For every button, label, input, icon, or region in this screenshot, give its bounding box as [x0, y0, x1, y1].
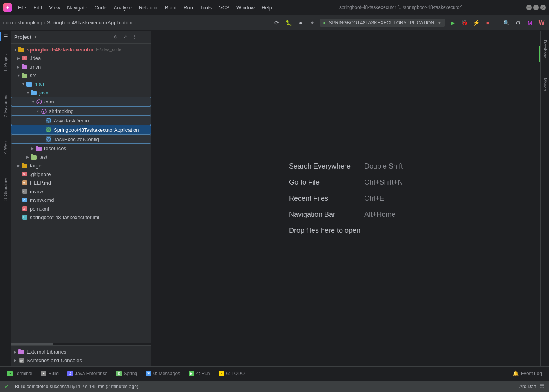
- run-button[interactable]: ▶: [448, 18, 457, 27]
- sidebar-scrollbar[interactable]: [11, 343, 151, 345]
- breadcrumb-app[interactable]: Springboot48TaskexecutorApplication: [47, 20, 133, 25]
- tab-terminal[interactable]: > Terminal: [3, 368, 36, 379]
- tree-item-shrimpking[interactable]: ▾ ● shrimpking: [11, 106, 151, 116]
- menu-analyze[interactable]: Analyze: [111, 4, 135, 12]
- tree-item-gitignore[interactable]: G .gitignore: [11, 170, 151, 178]
- tree-item-scratches[interactable]: ▶ Scratches and Consoles: [11, 356, 151, 365]
- tab-run[interactable]: ▶ 4: Run: [185, 368, 214, 379]
- run-with-coverage-button[interactable]: ⚡: [472, 18, 480, 27]
- com-label: com: [44, 99, 54, 105]
- menu-navigate[interactable]: Navigate: [64, 4, 90, 12]
- tree-root[interactable]: ▾ springboot-48-taskexecutor E:\idea_cod…: [11, 45, 151, 54]
- search-button[interactable]: 🔍: [502, 18, 511, 27]
- window-controls: ─ □ ✕: [526, 5, 546, 10]
- menu-refactor[interactable]: Refactor: [136, 4, 161, 12]
- tab-build[interactable]: ■ Build: [37, 368, 63, 379]
- tree-item-main[interactable]: ▾ main: [11, 80, 151, 88]
- shortcut-hints: Search Everywhere Double Shift Go to Fil…: [289, 162, 403, 235]
- expand-icon[interactable]: ⤢: [121, 33, 129, 41]
- ext-lib-icon: [18, 348, 25, 355]
- menu-file[interactable]: File: [15, 4, 29, 12]
- w-icon[interactable]: W: [537, 18, 546, 27]
- svg-text:M: M: [23, 181, 25, 184]
- external-tools-icon[interactable]: M: [525, 18, 534, 27]
- menu-vcs[interactable]: VCS: [216, 4, 233, 12]
- run-config-label[interactable]: ● SPRINGBOOT48TASKEXECUTORAPPLICATION ▼: [320, 19, 445, 27]
- tree-arrow-mvn: ▶: [16, 65, 21, 69]
- svg-rect-2: [22, 65, 27, 69]
- status-arc-dart[interactable]: Arc Dart: [519, 384, 536, 389]
- tree-item-pom[interactable]: X pom.xml: [11, 204, 151, 213]
- menu-edit[interactable]: Edit: [30, 4, 45, 12]
- spring-icon: S: [116, 371, 122, 376]
- resources-label: resources: [44, 145, 66, 151]
- bottom-tabs: > Terminal ■ Build J Java Enterprise S S…: [0, 366, 549, 380]
- com-icon: ●: [36, 98, 43, 105]
- menu-build[interactable]: Build: [162, 4, 180, 12]
- profile-icon[interactable]: ⌖: [308, 18, 316, 27]
- debug-icon[interactable]: 🐛: [284, 18, 293, 27]
- tree-item-external-libs[interactable]: ▶ External Libraries: [11, 347, 151, 356]
- breadcrumb-com[interactable]: com: [3, 20, 13, 25]
- settings-icon[interactable]: ⚙: [514, 18, 522, 27]
- left-tab-favorites[interactable]: 2: Favorites: [2, 92, 9, 120]
- tree-item-target[interactable]: ▶ target: [11, 161, 151, 170]
- status-check-icon: ✔: [5, 384, 9, 389]
- run-config-icon[interactable]: ⟳: [273, 18, 281, 27]
- left-tab-structure[interactable]: 3: Structure: [2, 175, 9, 204]
- tree-item-help[interactable]: M HELP.md: [11, 178, 151, 187]
- tab-event-log-label: Event Log: [521, 371, 542, 376]
- tree-item-idea[interactable]: ▶ ✦ .idea: [11, 54, 151, 62]
- status-lang-icon[interactable]: 天: [540, 383, 544, 390]
- mvnw-icon: f: [21, 188, 28, 195]
- svg-text:●: ●: [38, 101, 40, 103]
- locate-icon[interactable]: ⊙: [112, 33, 120, 41]
- close-button[interactable]: ✕: [540, 5, 546, 10]
- close-sidebar-icon[interactable]: ─: [140, 33, 148, 41]
- menu-code[interactable]: Code: [91, 4, 110, 12]
- more-options-icon[interactable]: ⋮: [131, 33, 138, 41]
- tab-messages-label: 0: Messages: [153, 371, 180, 376]
- tab-messages[interactable]: ✉ 0: Messages: [142, 368, 184, 379]
- menu-help[interactable]: Help: [258, 4, 275, 12]
- tree-item-mvnw[interactable]: f mvnw: [11, 187, 151, 196]
- tree-item-iml[interactable]: I springboot-48-taskexecutor.iml: [11, 213, 151, 221]
- tab-todo[interactable]: ✓ 6: TODO: [215, 368, 249, 379]
- java-icon: J: [31, 89, 38, 96]
- debug-run-button[interactable]: 🐞: [460, 18, 469, 27]
- taskConfig-label: TaskExecutorConfig: [54, 136, 99, 142]
- tree-item-mvnwcmd[interactable]: C mvnw.cmd: [11, 196, 151, 204]
- tree-item-java[interactable]: ▾ J java: [11, 88, 151, 97]
- tree-item-taskConfig[interactable]: C TaskExecutorConfig: [11, 134, 151, 144]
- menu-run[interactable]: Run: [180, 4, 196, 12]
- tree-item-src[interactable]: ▾ src: [11, 71, 151, 80]
- tree-item-com[interactable]: ▾ ● com: [11, 97, 151, 106]
- maximize-button[interactable]: □: [533, 5, 539, 10]
- xml-icon: X: [21, 205, 28, 212]
- sidebar-tree: ▾ springboot-48-taskexecutor E:\idea_cod…: [11, 44, 151, 343]
- left-tab-web[interactable]: 2: Web: [2, 138, 9, 158]
- menu-tools[interactable]: Tools: [197, 4, 215, 12]
- tab-java-enterprise[interactable]: J Java Enterprise: [64, 368, 111, 379]
- menu-view[interactable]: View: [46, 4, 63, 12]
- stop-button[interactable]: ■: [484, 18, 492, 27]
- hint-row-goto: Go to File Ctrl+Shift+N: [289, 178, 403, 187]
- left-tab-project-icon[interactable]: ☰: [0, 32, 11, 41]
- tree-item-mvn[interactable]: ▶ .mvn: [11, 62, 151, 71]
- coverage-icon[interactable]: ●: [296, 18, 305, 27]
- tree-item-springboot-app[interactable]: A Springboot48TaskexecutorApplication: [11, 125, 151, 134]
- left-tab-project[interactable]: 1: Project: [2, 50, 9, 74]
- status-message: Build completed successfully in 2 s 145 …: [15, 384, 138, 389]
- tree-item-asycTaskDemo[interactable]: C AsycTaskDemo: [11, 116, 151, 125]
- right-tab-maven[interactable]: Maven: [542, 75, 549, 94]
- tab-event-log[interactable]: 🔔 Event Log: [509, 368, 546, 379]
- right-tab-database[interactable]: Database: [542, 37, 549, 62]
- status-bar: ✔ Build completed successfully in 2 s 14…: [0, 380, 549, 392]
- tab-spring[interactable]: S Spring: [112, 368, 141, 379]
- breadcrumb-shrimpking[interactable]: shrimpking: [18, 20, 42, 25]
- minimize-button[interactable]: ─: [526, 5, 532, 10]
- test-icon: [31, 153, 38, 160]
- tree-item-resources[interactable]: ▶ resources: [11, 144, 151, 152]
- tree-item-test[interactable]: ▶ test: [11, 152, 151, 161]
- menu-window[interactable]: Window: [233, 4, 258, 12]
